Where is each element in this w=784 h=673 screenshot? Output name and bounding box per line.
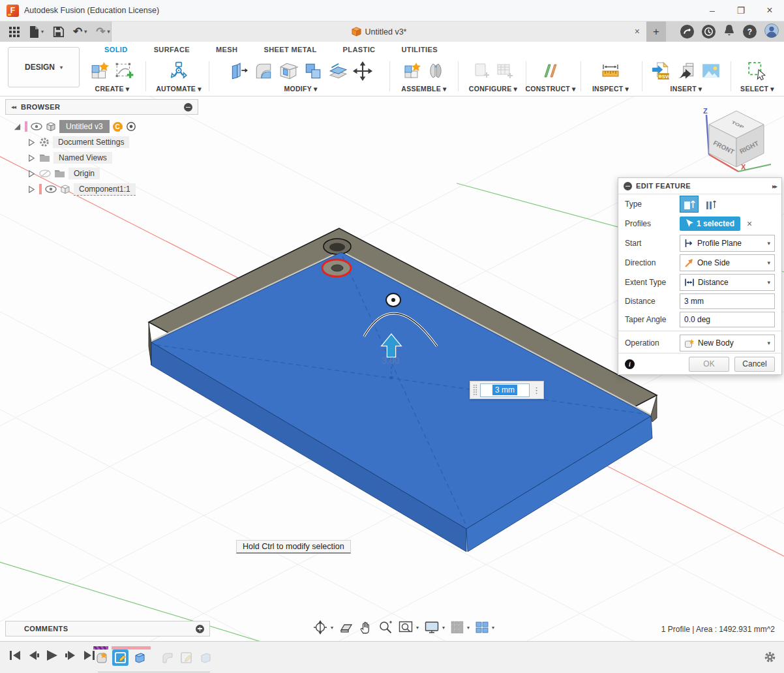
- operation-dropdown[interactable]: New Body ▾: [680, 335, 775, 351]
- activate-radio-icon[interactable]: [126, 121, 136, 132]
- selected-circle-profile[interactable]: [322, 260, 351, 277]
- zoom-button[interactable]: [378, 620, 393, 635]
- play-icon[interactable]: [46, 650, 59, 661]
- collapsed-arrow-icon[interactable]: [27, 170, 36, 178]
- start-dropdown[interactable]: Profile Plane ▾: [680, 235, 775, 252]
- select-menu[interactable]: SELECT▾: [740, 85, 774, 94]
- timeline-extrude-feature-rolled[interactable]: [197, 650, 213, 666]
- document-tab[interactable]: Untitled v3* ×: [111, 22, 647, 42]
- joint-icon[interactable]: [427, 62, 445, 80]
- tab-close-icon[interactable]: ×: [635, 26, 640, 37]
- grid-snap-button[interactable]: ▾: [451, 621, 470, 634]
- add-comment-icon[interactable]: [196, 625, 204, 633]
- offset-face-icon[interactable]: [328, 61, 348, 81]
- browser-row-component1[interactable]: Component1:1: [5, 181, 198, 197]
- viewport-canvas[interactable]: 3.00 ◂◂ BROWSER Untitled v3 C: [0, 97, 784, 641]
- taper-angle-input[interactable]: 0.0 deg: [680, 312, 775, 327]
- combine-icon[interactable]: [303, 61, 323, 81]
- assemble-menu[interactable]: ASSEMBLE▾: [401, 85, 446, 94]
- tab-sheet-metal[interactable]: SHEET METAL: [250, 46, 329, 57]
- timeline-component-feature[interactable]: [93, 650, 110, 666]
- collapse-circle-icon[interactable]: [184, 103, 192, 112]
- configure-sheet-icon[interactable]: [472, 62, 490, 80]
- press-pull-icon[interactable]: [229, 61, 249, 81]
- tab-surface[interactable]: SURFACE: [141, 46, 203, 57]
- redo-button[interactable]: ↷▾: [96, 25, 110, 38]
- extrude-type-button[interactable]: [680, 196, 699, 213]
- help-icon[interactable]: ?: [743, 25, 757, 38]
- new-tab-button[interactable]: +: [646, 22, 666, 42]
- insert-derive-icon[interactable]: [676, 61, 696, 81]
- profiles-selected-chip[interactable]: 1 selected: [680, 217, 740, 231]
- visibility-eye-icon[interactable]: [31, 123, 42, 130]
- configure-table-icon[interactable]: [496, 62, 514, 80]
- browser-root-label[interactable]: Untitled v3: [59, 120, 110, 133]
- fit-button[interactable]: ▾: [399, 621, 419, 634]
- workspace-switcher[interactable]: DESIGN ▾: [8, 47, 80, 87]
- expanded-arrow-icon[interactable]: [13, 123, 22, 131]
- display-settings-button[interactable]: ▾: [425, 621, 445, 634]
- inspect-menu[interactable]: INSPECT▾: [592, 85, 629, 94]
- undo-button[interactable]: ↶▾: [73, 25, 87, 38]
- extent-type-dropdown[interactable]: Distance ▾: [680, 274, 775, 291]
- browser-row-root[interactable]: Untitled v3 C: [5, 119, 198, 134]
- construct-menu[interactable]: CONSTRUCT▾: [525, 85, 575, 94]
- browser-row-label[interactable]: Document Settings: [53, 136, 129, 148]
- modify-menu[interactable]: MODIFY▾: [284, 85, 317, 94]
- timeline-fillet-feature-rolled[interactable]: [159, 650, 175, 666]
- look-at-button[interactable]: [339, 621, 354, 634]
- measure-icon[interactable]: [601, 62, 620, 80]
- canvas-image-icon[interactable]: [701, 61, 721, 81]
- select-icon[interactable]: [747, 61, 767, 81]
- cancel-button[interactable]: Cancel: [734, 357, 775, 372]
- fillet-icon[interactable]: [254, 61, 273, 81]
- timeline-playhead[interactable]: [143, 648, 152, 670]
- thin-extrude-type-button[interactable]: [701, 196, 720, 213]
- visibility-eye-icon[interactable]: [45, 185, 57, 193]
- shell-icon[interactable]: [279, 61, 298, 81]
- info-icon[interactable]: i: [625, 359, 635, 369]
- minimize-button[interactable]: –: [698, 0, 727, 21]
- tab-solid[interactable]: SOLID: [91, 46, 141, 57]
- view-cube[interactable]: Z TOP FRONT RIGHT X: [698, 107, 776, 175]
- new-component-icon[interactable]: [403, 62, 421, 80]
- collapsed-arrow-icon[interactable]: [27, 154, 36, 162]
- timeline-settings-gear-icon[interactable]: [764, 651, 776, 665]
- ok-button[interactable]: OK: [689, 357, 729, 372]
- step-back-icon[interactable]: [27, 650, 40, 661]
- comments-panel[interactable]: COMMENTS: [5, 621, 210, 636]
- browser-row-origin[interactable]: Origin: [5, 166, 198, 181]
- profile-avatar[interactable]: [764, 23, 779, 40]
- save-button[interactable]: [53, 26, 64, 37]
- edit-feature-header[interactable]: EDIT FEATURE ▸▸: [618, 178, 781, 194]
- configure-menu[interactable]: CONFIGURE▾: [469, 85, 517, 94]
- direction-dropdown[interactable]: One Side ▾: [680, 254, 775, 271]
- dialog-collapse-icon[interactable]: [624, 182, 632, 190]
- extensions-icon[interactable]: [680, 25, 694, 38]
- insert-menu[interactable]: INSERT▾: [671, 85, 702, 94]
- education-badge[interactable]: C: [113, 122, 123, 132]
- tab-mesh[interactable]: MESH: [203, 46, 250, 57]
- distance-input[interactable]: 3 mm: [680, 293, 775, 309]
- close-button[interactable]: ×: [755, 0, 784, 21]
- go-to-start-icon[interactable]: [9, 650, 22, 661]
- insert-svg-icon[interactable]: SVG: [652, 61, 671, 81]
- timeline-sketch-feature-rolled[interactable]: [178, 650, 194, 666]
- timeline-sketch-feature[interactable]: [112, 650, 128, 666]
- dialog-dock-icon[interactable]: ▸▸: [772, 183, 776, 190]
- construct-plane-icon[interactable]: [541, 62, 560, 80]
- collapsed-arrow-icon[interactable]: [27, 185, 36, 194]
- automate-icon[interactable]: [169, 61, 188, 81]
- file-menu-button[interactable]: ▾: [29, 26, 44, 38]
- pan-button[interactable]: [359, 620, 372, 635]
- step-forward-icon[interactable]: [65, 650, 77, 661]
- inline-dimension-input[interactable]: 3 mm: [480, 383, 530, 397]
- automate-menu[interactable]: AUTOMATE▾: [156, 85, 202, 94]
- viewports-button[interactable]: ▾: [475, 621, 494, 633]
- drag-handle[interactable]: [473, 384, 477, 396]
- collapsed-arrow-icon[interactable]: [27, 138, 36, 147]
- more-options-kebab-icon[interactable]: ⋮: [532, 387, 541, 393]
- new-solid-icon[interactable]: [90, 61, 110, 81]
- orbit-button[interactable]: ▾: [313, 620, 333, 635]
- browser-row-named-views[interactable]: Named Views: [5, 150, 198, 166]
